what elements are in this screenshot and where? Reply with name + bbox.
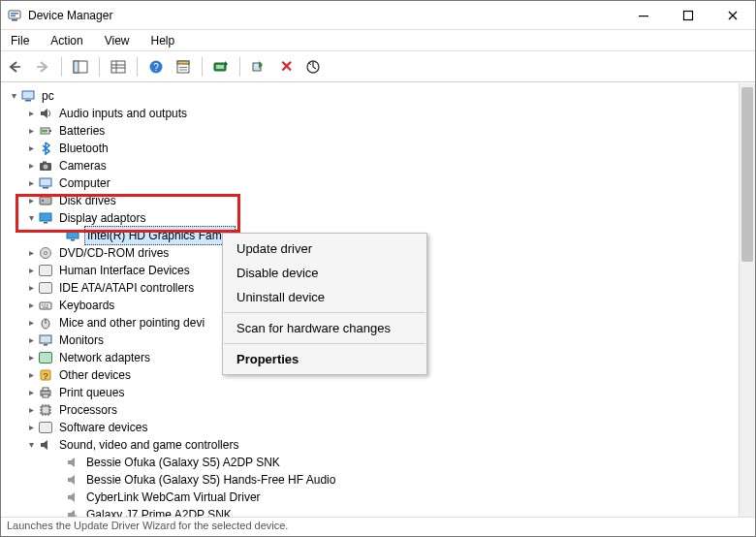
category-label[interactable]: Software devices (57, 419, 149, 436)
category-label[interactable]: Other devices (57, 366, 133, 384)
svg-rect-0 (9, 11, 20, 18)
expand-toggle[interactable]: ▸ (24, 314, 38, 332)
svg-rect-24 (49, 130, 51, 132)
display-icon (38, 210, 53, 226)
svg-rect-31 (40, 197, 51, 205)
svg-rect-18 (216, 65, 224, 69)
category-label[interactable]: Bluetooth (57, 140, 110, 157)
hid-icon (38, 263, 53, 278)
back-button[interactable] (5, 56, 26, 78)
properties-button[interactable] (173, 56, 194, 78)
network-icon (38, 350, 53, 365)
expand-toggle[interactable]: ▸ (24, 105, 38, 122)
expand-toggle[interactable]: ▸ (24, 366, 38, 384)
expand-toggle[interactable]: ▸ (24, 419, 38, 436)
svg-rect-35 (67, 231, 79, 238)
detail-view-button[interactable] (108, 56, 129, 78)
menu-help[interactable]: Help (147, 32, 179, 49)
expand-toggle[interactable]: ▸ (24, 192, 38, 209)
ctx-properties[interactable]: Properties (223, 347, 426, 371)
expand-toggle[interactable]: ▸ (24, 157, 38, 174)
category-label[interactable]: Sound, video and game controllers (57, 436, 240, 454)
mouse-icon (38, 315, 53, 331)
expand-toggle[interactable]: ▸ (24, 349, 38, 366)
expand-toggle[interactable]: ▸ (24, 122, 38, 140)
category-label[interactable]: Audio inputs and outputs (57, 105, 189, 122)
maximize-button[interactable] (666, 1, 710, 29)
expand-toggle[interactable]: ▸ (24, 244, 38, 262)
category-label[interactable]: Keyboards (57, 297, 116, 314)
svg-rect-14 (177, 61, 189, 64)
computer-icon (38, 175, 53, 191)
svg-rect-22 (25, 100, 31, 102)
expand-toggle[interactable]: ▸ (24, 140, 38, 157)
category-label[interactable]: IDE ATA/ATAPI controllers (57, 279, 196, 297)
expand-toggle[interactable]: ▸ (24, 279, 38, 297)
menu-file[interactable]: File (7, 32, 33, 49)
svg-rect-40 (42, 304, 44, 306)
category-label[interactable]: Network adapters (57, 349, 152, 366)
category-label[interactable]: Mice and other pointing devi (57, 314, 206, 332)
ctx-disable-device[interactable]: Disable device (223, 261, 426, 285)
svg-rect-34 (44, 222, 47, 224)
expand-toggle[interactable]: ▾ (24, 436, 38, 454)
scan-hardware-button[interactable] (302, 56, 324, 78)
device-label[interactable]: Bessie Ofuka (Galaxy S5) A2DP SNK (84, 454, 282, 471)
help-button[interactable]: ? (145, 56, 167, 78)
category-label[interactable]: Print queues (57, 384, 126, 401)
ctx-update-driver[interactable]: Update driver (223, 237, 426, 261)
uninstall-device-button[interactable]: ✕ (275, 56, 297, 78)
status-text: Launches the Update Driver Wizard for th… (7, 520, 288, 531)
show-hide-console-tree-button[interactable] (70, 56, 91, 78)
category-label[interactable]: DVD/CD-ROM drives (57, 244, 171, 262)
vertical-scrollbar[interactable] (739, 83, 755, 517)
category-label[interactable]: Disk drives (57, 192, 118, 209)
svg-rect-6 (11, 66, 20, 68)
battery-icon (38, 123, 53, 139)
expand-toggle[interactable]: ▸ (24, 401, 38, 419)
category-label[interactable]: Batteries (57, 122, 107, 140)
expand-toggle[interactable]: ▸ (24, 262, 38, 279)
forward-button[interactable] (32, 56, 53, 78)
expand-toggle[interactable]: ▸ (24, 297, 38, 314)
device-label[interactable]: Bessie Ofuka (Galaxy S5) Hands-Free HF A… (84, 471, 337, 489)
scrollbar-thumb[interactable] (741, 87, 753, 262)
ctx-uninstall-device[interactable]: Uninstall device (223, 285, 426, 309)
svg-rect-29 (40, 178, 51, 186)
category-label[interactable]: Display adaptors (57, 209, 147, 227)
menu-view[interactable]: View (101, 32, 134, 49)
enable-device-button[interactable] (248, 56, 269, 78)
sound-device-icon (65, 455, 80, 470)
expand-toggle[interactable]: ▸ (24, 174, 38, 192)
device-label[interactable]: CyberLink WebCam Virtual Driver (84, 489, 263, 506)
category-label[interactable]: Cameras (57, 157, 109, 174)
app-icon (7, 8, 22, 23)
bluetooth-icon (38, 141, 53, 156)
category-label[interactable]: Computer (57, 174, 112, 192)
category-label[interactable]: Monitors (57, 332, 106, 349)
minimize-button[interactable] (621, 1, 666, 29)
tree-root-label[interactable]: pc (40, 87, 56, 105)
toolbar-separator (239, 57, 240, 77)
expand-toggle[interactable]: ▾ (7, 87, 20, 105)
expand-toggle[interactable]: ▸ (24, 384, 38, 401)
close-button[interactable] (710, 1, 755, 29)
category-label[interactable]: Human Interface Devices (57, 262, 192, 279)
category-label[interactable]: Processors (57, 401, 119, 419)
keyboard-icon (38, 298, 53, 313)
menu-action[interactable]: Action (47, 32, 86, 49)
expand-toggle[interactable]: ▸ (24, 332, 38, 349)
display-icon (65, 228, 80, 243)
device-intel-hd-graphics[interactable]: Intel(R) HD Graphics Family (84, 226, 236, 245)
svg-text:?: ? (43, 371, 47, 381)
ctx-scan-hardware[interactable]: Scan for hardware changes (223, 316, 426, 340)
sound-device-icon (65, 490, 80, 505)
update-driver-toolbar-button[interactable] (210, 56, 232, 78)
svg-rect-28 (43, 162, 47, 164)
other-icon: ? (38, 367, 53, 383)
printer-icon (38, 385, 53, 400)
svg-rect-5 (684, 11, 693, 19)
expand-toggle[interactable]: ▾ (24, 209, 38, 227)
audio-icon (38, 106, 53, 121)
device-label[interactable]: Galaxy J7 Prime A2DP SNK (84, 506, 234, 517)
